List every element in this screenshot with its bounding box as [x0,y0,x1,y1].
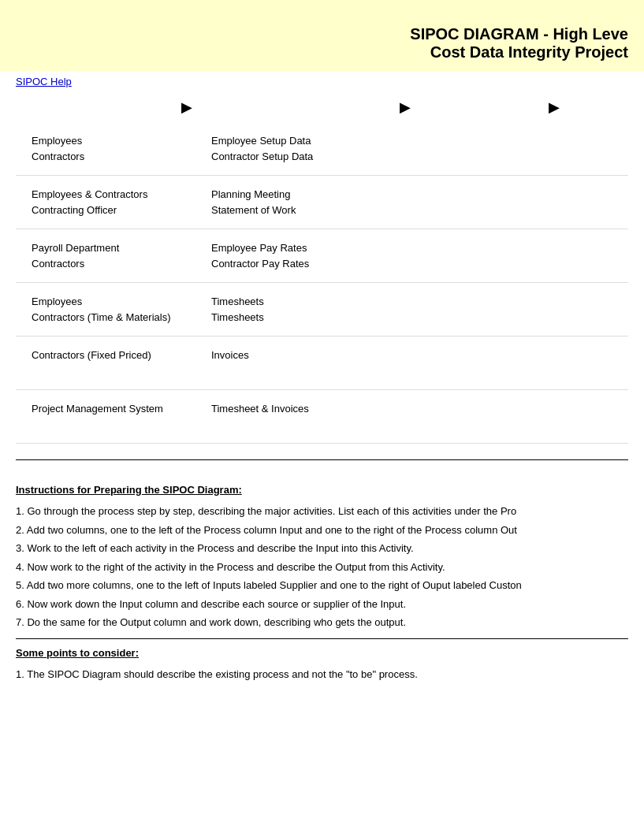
input-text-4: TimesheetsTimesheets [211,294,356,325]
output-col-2 [446,176,530,229]
header-title: SIPOC DIAGRAM - High Leve Cost Data Inte… [410,25,628,61]
list-item: 3. Work to the left of each activity in … [16,541,628,556]
points-list: 1. The SIPOC Diagram should describe the… [16,667,628,682]
input-text-5: Invoices [211,348,356,363]
input-col-4: TimesheetsTimesheets [205,283,363,336]
supplier-col-4: EmployeesContractors (Time & Materials) [32,283,205,336]
list-item: 4. Now work to the right of the activity… [16,560,628,575]
main-content: EmployeesContractors Employee Setup Data… [0,122,644,444]
points-section: Some points to consider: 1. The SIPOC Di… [0,647,644,682]
output-col-3 [446,229,530,282]
input-text-2: Planning MeetingStatement of Work [211,187,356,218]
supplier-text-1: EmployeesContractors [32,133,199,164]
supplier-text-4: EmployeesContractors (Time & Materials) [32,294,199,325]
process-col-2 [363,176,446,229]
arrows-row: ▶ ▶ ▶ [0,92,644,122]
input-col-2: Planning MeetingStatement of Work [205,176,363,229]
supplier-text-2: Employees & ContractorsContracting Offic… [32,187,199,218]
supplier-col-5: Contractors (Fixed Priced) [32,337,205,389]
customer-col-3 [529,229,612,282]
output-col-1 [446,122,530,175]
list-item: 6. Now work down the Input column and de… [16,597,628,612]
divider-2 [16,638,628,639]
title-line2: Cost Data Integrity Project [410,43,628,61]
process-col-5 [363,337,446,389]
list-item: 2. Add two columns, one to the left of t… [16,522,628,538]
instructions-section: Instructions for Preparing the SIPOC Dia… [0,484,644,630]
instructions-title: Instructions for Preparing the SIPOC Dia… [16,484,628,496]
table-row: EmployeesContractors (Time & Materials) … [16,283,628,337]
points-title: Some points to consider: [16,647,628,659]
process-col-1 [363,122,446,175]
list-item: 1. The SIPOC Diagram should describe the… [16,667,628,682]
arrow-1-icon: ▶ [181,99,192,116]
list-item: 7. Do the same for the Output column and… [16,615,628,630]
input-text-1: Employee Setup DataContractor Setup Data [211,133,356,164]
table-row: Contractors (Fixed Priced) Invoices [16,337,628,390]
customer-col-6 [529,390,612,443]
divider-1 [16,459,628,460]
title-line1: SIPOC DIAGRAM - High Leve [410,25,628,43]
arrow-2-col: ▶ [330,99,479,116]
list-item: 1. Go through the process step by step, … [16,504,628,519]
supplier-col-6: Project Management System [32,390,205,443]
header-banner: SIPOC DIAGRAM - High Leve Cost Data Inte… [0,0,644,71]
supplier-text-3: Payroll DepartmentContractors [32,240,199,271]
output-col-5 [446,337,530,389]
input-col-1: Employee Setup DataContractor Setup Data [205,122,363,175]
input-col-5: Invoices [205,337,363,389]
arrow-3-icon: ▶ [549,99,560,116]
supplier-text-6: Project Management System [32,401,199,417]
table-row: Employees & ContractorsContracting Offic… [16,176,628,229]
input-col-3: Employee Pay RatesContractor Pay Rates [205,229,363,282]
process-col-4 [363,283,446,336]
input-text-6: Timesheet & Invoices [211,401,356,417]
output-col-4 [446,283,530,336]
output-col-6 [446,390,530,443]
customer-col-5 [529,337,612,389]
arrow-2-icon: ▶ [400,99,411,116]
process-col-3 [363,229,446,282]
input-text-3: Employee Pay RatesContractor Pay Rates [211,240,356,271]
customer-col-4 [529,283,612,336]
customer-col-2 [529,176,612,229]
process-col-6 [363,390,446,443]
supplier-col-1: EmployeesContractors [32,122,205,175]
table-row: EmployeesContractors Employee Setup Data… [16,122,628,176]
supplier-col-3: Payroll DepartmentContractors [32,229,205,282]
sipoc-help-link[interactable]: SIPOC Help [0,71,644,92]
table-row: Project Management System Timesheet & In… [16,390,628,444]
supplier-text-5: Contractors (Fixed Priced) [32,348,199,363]
table-row: Payroll DepartmentContractors Employee P… [16,229,628,283]
arrow-3-col: ▶ [479,99,628,116]
instructions-list: 1. Go through the process step by step, … [16,504,628,630]
arrow-1-col: ▶ [16,99,330,116]
input-col-6: Timesheet & Invoices [205,390,363,443]
supplier-col-2: Employees & ContractorsContracting Offic… [32,176,205,229]
list-item: 5. Add two more columns, one to the left… [16,578,628,593]
customer-col-1 [529,122,612,175]
